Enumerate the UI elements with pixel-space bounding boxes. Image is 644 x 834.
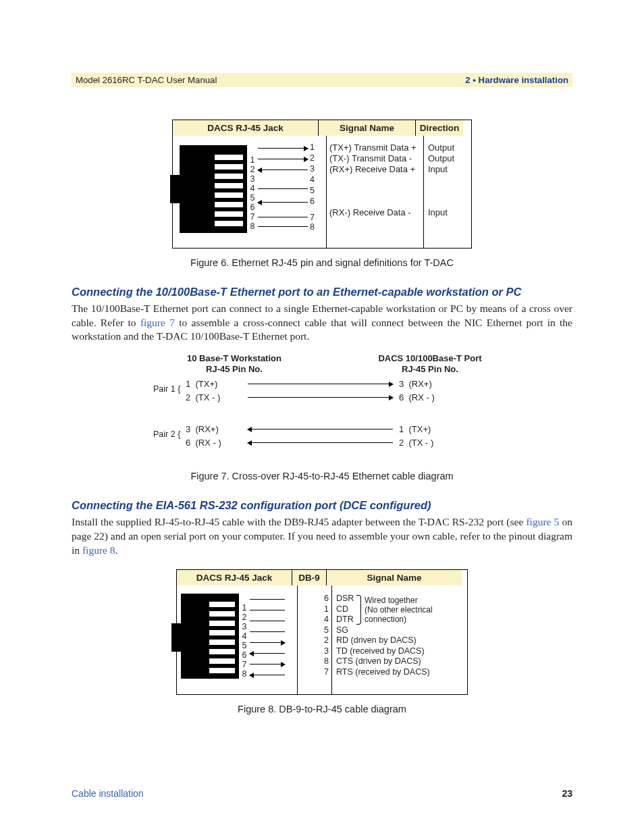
db9-pin: 8 <box>298 656 331 667</box>
pin-label: 6 <box>240 650 248 660</box>
bracket-text: Wired together (No other electrical conn… <box>365 596 433 624</box>
pin-label: 6 <box>248 203 257 212</box>
fig7-row: 1 (TX+) <box>186 379 217 389</box>
crossover-line <box>248 397 393 398</box>
pin-label: 4 <box>240 631 248 641</box>
figure-7-diagram: 10 Base-T Workstation RJ-45 Pin No. DACS… <box>153 353 491 461</box>
signal-row: (RX+) Receive Data + <box>327 164 423 175</box>
fig8-signal-col: DSR CD DTR SG RD (driven by DACS) TD (re… <box>332 585 467 694</box>
figure-6: DACS RJ-45 Jack Signal Name Direction <box>72 120 572 268</box>
fig8-col-signal: Signal Name <box>327 570 462 585</box>
lead-number: 8 <box>310 222 315 232</box>
text: DACS 10/100Base-T Port <box>378 353 481 363</box>
page-number: 23 <box>562 788 572 799</box>
pin-label: 8 <box>240 669 248 679</box>
header-right: 2 • Hardware installation <box>465 75 568 85</box>
db9-pin: 4 <box>298 615 331 625</box>
fig7-row: 6 (RX - ) <box>399 392 435 402</box>
signal-row: (TX+) Transmit Data + <box>327 142 423 153</box>
signal-row: CTS (driven by DACS) <box>332 656 467 667</box>
page: Model 2616RC T-DAC User Manual 2 • Hardw… <box>0 0 644 834</box>
lead-number: 4 <box>310 175 315 184</box>
lead-line <box>250 675 285 675</box>
pin-label: 7 <box>248 212 257 221</box>
db9-pin: 5 <box>298 625 331 636</box>
pin-label: 2 <box>248 165 257 174</box>
direction-row: Input <box>424 207 471 218</box>
text: RJ-45 Pin No. <box>402 364 458 374</box>
text: Wired together <box>365 596 418 605</box>
figure-6-table: DACS RJ-45 Jack Signal Name Direction <box>172 120 472 249</box>
pin-label: 5 <box>248 193 257 203</box>
figure-8-table: DACS RJ-45 Jack DB-9 Signal Name <box>176 569 468 695</box>
fig7-row: 1 (TX+) <box>399 424 431 434</box>
lead-line <box>258 148 308 149</box>
db9-pin: 3 <box>298 646 331 657</box>
lead-number: 7 <box>310 213 315 222</box>
header-left: Model 2616RC T-DAC User Manual <box>76 75 217 85</box>
crossover-line <box>248 429 393 429</box>
lead-number: 1 <box>310 142 315 152</box>
fig6-direction-col: Output Output Input Input <box>424 136 471 248</box>
signal-row: RD (driven by DACS) <box>332 635 467 646</box>
direction-row <box>424 175 471 207</box>
fig8-jack-diagram: 1 2 3 4 5 6 7 8 <box>177 585 298 694</box>
db9-pin: 2 <box>298 635 331 646</box>
fig7-left-header: 10 Base-T Workstation RJ-45 Pin No. <box>167 353 302 374</box>
fig6-signal-col: (TX+) Transmit Data + (TX-) Transmit Dat… <box>327 136 424 248</box>
text: 10 Base-T Workstation <box>187 353 281 363</box>
lead-number: 6 <box>310 197 315 206</box>
fig7-row: 2 (TX - ) <box>399 438 433 448</box>
lead-line <box>250 599 285 600</box>
direction-row: Input <box>424 164 471 175</box>
figure-8-link[interactable]: figure 8 <box>82 544 115 556</box>
lead-line <box>258 226 308 227</box>
db9-pin: 1 <box>298 604 331 615</box>
pin-label: 2 <box>240 613 248 622</box>
fig6-col-direction: Direction <box>416 120 463 136</box>
section1-paragraph: The 10/100Base-T Ethernet port can conne… <box>72 302 572 344</box>
figure-7-link[interactable]: figure 7 <box>140 317 175 328</box>
section-title-ethernet: Connecting the 10/100Base-T Ethernet por… <box>72 284 572 299</box>
pin-label: 8 <box>248 221 257 231</box>
lead-line <box>250 631 285 632</box>
page-footer: Cable installation 23 <box>72 788 572 799</box>
pin-label: 3 <box>248 174 257 184</box>
signal-row: RTS (received by DACS) <box>332 667 467 678</box>
lead-line <box>258 159 308 159</box>
fig6-col-jack: DACS RJ-45 Jack <box>173 120 319 136</box>
fig7-right-header: DACS 10/100Base-T Port RJ-45 Pin No. <box>363 353 498 374</box>
pin-label: 7 <box>240 660 248 669</box>
db9-pin: 7 <box>298 667 331 678</box>
lead-line <box>258 202 308 203</box>
direction-row: Output <box>424 142 471 153</box>
signal-row: (RX-) Receive Data - <box>327 207 423 218</box>
figure-7-caption: Figure 7. Cross-over RJ-45-to-RJ-45 Ethe… <box>72 471 572 481</box>
text: RJ-45 Pin No. <box>206 364 263 374</box>
lead-line <box>250 653 285 654</box>
figure-5-link[interactable]: figure 5 <box>526 516 559 527</box>
pin-label: 1 <box>240 603 248 613</box>
signal-row <box>327 175 423 207</box>
rj45-jack-icon <box>181 594 239 679</box>
signal-row: (TX-) Transmit Data - <box>327 153 423 164</box>
fig6-jack-diagram: 1 2 3 4 5 6 7 8 1 2 3 <box>173 136 327 248</box>
pin-label: 5 <box>240 641 248 650</box>
lead-line <box>258 217 308 217</box>
pin-label: 3 <box>240 622 248 631</box>
text: Install the supplied RJ-45-to-RJ-45 cabl… <box>72 516 526 527</box>
lead-number: 5 <box>310 186 315 195</box>
section-title-rs232: Connecting the EIA-561 RS-232 configurat… <box>72 498 572 513</box>
lead-line <box>250 621 285 621</box>
figure-8-caption: Figure 8. DB-9-to-RJ-45 cable diagram <box>72 704 572 714</box>
footer-section-link[interactable]: Cable installation <box>72 788 144 799</box>
crossover-line <box>248 442 393 443</box>
lead-line <box>258 188 308 189</box>
db9-pin: 6 <box>298 594 331 604</box>
fig6-col-signal: Signal Name <box>319 120 416 136</box>
signal-row: TD (received by DACS) <box>332 646 467 657</box>
direction-row: Output <box>424 153 471 164</box>
fig7-row: 6 (RX - ) <box>186 438 221 448</box>
signal-row: SG <box>332 625 467 636</box>
crossover-line <box>248 384 393 384</box>
